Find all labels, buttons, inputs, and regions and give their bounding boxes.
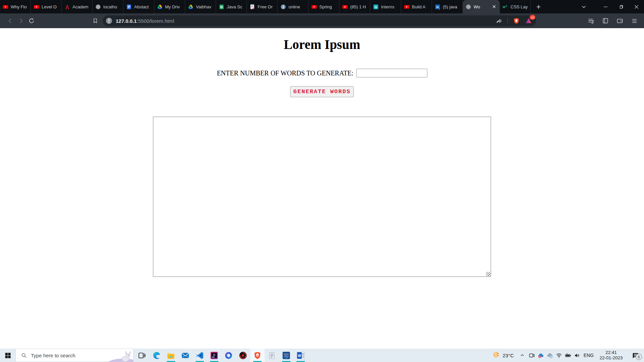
taskbar-clock[interactable]: 22:41 22-01-2023 [596,349,627,362]
reload-button[interactable] [26,15,37,26]
window-controls [577,0,644,13]
page-title: Lorem Ipsum [0,28,644,52]
svg-text:in: in [436,5,439,9]
redapp-icon [239,351,247,360]
taskbar-app-office[interactable] [221,349,236,362]
playlist-icon[interactable] [586,16,596,26]
rewards-badge: 10 [530,15,535,20]
tab[interactable]: Java Sc ✕ [216,0,247,13]
forward-button[interactable] [15,15,26,26]
menu-icon[interactable] [629,16,639,26]
tab-strip: Why Flo ✕ Level O ✕ Academ ✕ localho ✕ [0,0,531,13]
tab[interactable]: Why Flo ✕ [0,0,31,13]
taskbar-app-notepad[interactable] [265,349,279,362]
hidden-icons-chevron[interactable] [517,349,527,362]
notification-count-badge: 5 [636,354,642,360]
taskbar-app-task-view[interactable] [135,349,149,362]
words-count-input[interactable] [356,69,427,77]
onedrive-icon [538,352,544,359]
wifi-icon [556,352,562,359]
site-info-icon[interactable] [105,17,113,24]
edge-icon [152,351,161,360]
tab[interactable]: (85) 1 H ✕ [339,0,370,13]
notepad-icon [268,351,276,360]
weather-temperature: 23°C [502,353,514,358]
page-content: Lorem Ipsum ENTER NUMBER OF WORDS TO GEN… [0,28,644,349]
w3schools-icon: w3 [502,4,508,10]
tab[interactable]: Spring ✕ [309,0,339,13]
tab[interactable]: Vaibhav ✕ [185,0,216,13]
tray-meet-now[interactable] [527,349,536,362]
taskbar-search-input[interactable]: Type here to search [15,349,133,362]
taskbar-app-intellij[interactable]: IJ [207,349,221,362]
search-placeholder: Type here to search [31,353,75,358]
tray-volume[interactable] [573,349,582,362]
tab[interactable]: w3 CSS Lay ✕ [500,0,531,13]
tray-battery[interactable] [564,349,573,362]
tab[interactable]: Wo ✕ [463,0,500,13]
tray-wifi[interactable] [554,349,564,362]
meetnow-icon [529,352,535,359]
share-icon[interactable] [494,16,504,26]
youtube-icon [3,4,8,10]
divider [507,18,508,24]
taskbar-app-vscode[interactable] [193,349,207,362]
tray-onedrive-error[interactable] [536,349,545,362]
internshala-icon: IS [373,4,379,10]
close-window-button[interactable] [629,0,644,13]
clock-time: 22:41 [605,350,617,355]
vscode-icon [196,351,204,360]
generated-words-textarea[interactable] [153,117,491,277]
cloudsync-icon [547,352,553,359]
tab[interactable]: Build A ✕ [401,0,432,13]
taskbar-app-edge[interactable] [149,349,164,362]
tab[interactable]: Academ ✕ [62,0,93,13]
tab[interactable]: My Driv ✕ [154,0,185,13]
restore-button[interactable] [613,0,629,13]
address-bar[interactable]: 127.0.0.1:5500/lorem.html 10 [103,15,536,26]
globe-icon [95,4,101,10]
tab[interactable]: localho ✕ [93,0,123,13]
start-button[interactable] [0,349,15,362]
taskbar-app-prime-video[interactable]: primevideo [279,349,293,362]
tab[interactable]: Free Or ✕ [247,0,278,13]
tab[interactable]: in (5) java ✕ [432,0,463,13]
back-button[interactable] [5,15,15,26]
taskbar-app-word[interactable]: W [293,349,308,362]
office-icon [224,351,233,360]
tab[interactable]: Level O ✕ [31,0,62,13]
weather-widget[interactable]: 23°C [489,349,517,362]
youtube-icon [34,4,39,10]
youtube-icon [311,4,317,10]
tab-search-button[interactable] [577,0,590,13]
generate-words-button[interactable]: GENERATE WORDS [290,86,354,97]
svg-text:w: w [503,5,506,9]
wallet-icon[interactable] [615,16,625,26]
new-tab-button[interactable] [533,1,544,12]
taskbar-app-amd-software[interactable] [236,349,250,362]
linkedin-icon: in [435,4,440,10]
gsheets-icon [219,4,224,10]
sidebar-icon[interactable] [600,16,610,26]
language-indicator[interactable]: ENG [582,349,596,362]
tab-close-icon[interactable]: ✕ [491,4,497,10]
taskbar-app-file-explorer[interactable] [164,349,178,362]
taskview-icon [138,351,146,360]
minimize-button[interactable] [598,0,613,13]
textarea-resize-handle[interactable] [486,272,490,276]
tab[interactable]: online ✕ [278,0,309,13]
words-count-label: ENTER NUMBER OF WORDS TO GENERATE: [217,69,353,77]
action-center-button[interactable]: 5 [627,349,644,362]
taskbar-app-brave[interactable] [250,349,265,362]
bookmark-icon[interactable] [90,15,101,26]
tray-cloud-sync[interactable] [545,349,554,362]
brave-rewards-icon[interactable]: 10 [525,17,533,25]
gdrive-icon [157,4,163,10]
windows-taskbar: Type here to search [0,349,644,362]
plus-icon [536,4,541,10]
taskbar-app-mail[interactable] [178,349,193,362]
brave-shields-icon[interactable] [511,16,521,26]
tab[interactable]: IS Interns ✕ [370,0,401,13]
tab[interactable]: Abstact ✕ [123,0,154,13]
gdrive-icon [188,4,194,10]
